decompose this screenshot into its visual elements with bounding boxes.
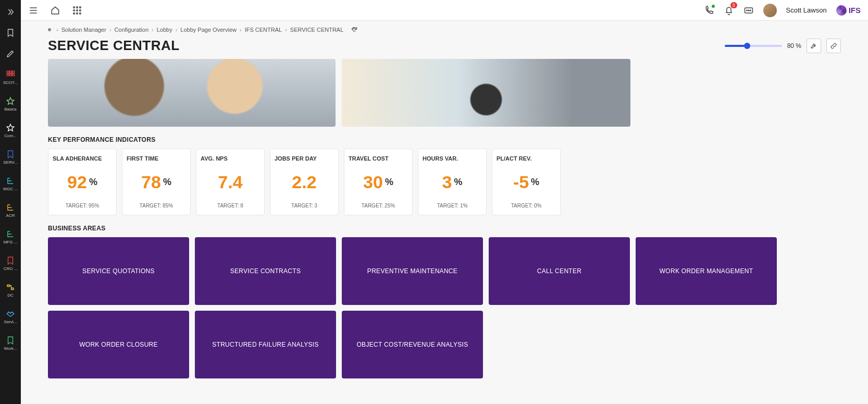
breadcrumb-link[interactable]: Configuration	[115, 27, 148, 33]
status-dot-icon	[711, 4, 715, 8]
refresh-icon[interactable]	[351, 26, 358, 33]
rail-item-label: SCOT...	[1, 80, 20, 85]
bookmark-icon	[6, 256, 15, 265]
banner-image-2[interactable]	[342, 59, 630, 127]
kpi-value: 30	[363, 172, 383, 192]
business-area-tile[interactable]: STRUCTURED FAILURE ANALYSIS	[195, 311, 336, 378]
breadcrumb-current[interactable]: SERVICE CENTRAL	[290, 27, 344, 33]
svg-point-17	[748, 10, 749, 11]
kpi-card[interactable]: FIRST TIME 78 % TARGET: 85%	[122, 149, 191, 215]
svg-rect-0	[7, 71, 9, 73]
banner-image-1[interactable]	[48, 59, 336, 127]
main-column: 3 Scott Lawson IFS › Solution Manager › …	[21, 0, 868, 404]
kpi-card[interactable]: TRAVEL COST 30 % TARGET: 25%	[344, 149, 413, 215]
svg-point-18	[750, 10, 751, 11]
svg-point-12	[73, 13, 75, 14]
chevron-right-icon: ›	[152, 27, 154, 33]
hamburger-icon[interactable]	[28, 5, 39, 16]
tree-icon	[6, 203, 15, 212]
rail-item-label: SERV...	[1, 160, 20, 165]
business-area-tile[interactable]: CALL CENTER	[489, 237, 630, 305]
chevron-right-icon: ›	[109, 27, 111, 33]
swirl-icon	[836, 5, 847, 16]
ifs-logo[interactable]: IFS	[836, 5, 861, 16]
banner-row	[48, 59, 841, 127]
zoom-slider-track	[725, 45, 745, 47]
kpi-value: 2.2	[292, 172, 316, 192]
link-button[interactable]	[826, 39, 841, 53]
kpi-value-row: -5 %	[513, 162, 539, 203]
notification-button[interactable]: 3	[724, 5, 734, 16]
toolbar-left	[28, 5, 82, 16]
rail-expand[interactable]	[0, 5, 21, 19]
rail-item-wgc[interactable]: WGC ...	[0, 174, 21, 193]
rail-item-serv[interactable]: SERV...	[0, 148, 21, 167]
rail-item-label: WGC ...	[1, 187, 20, 191]
rail-item-scot[interactable]: SCOT...	[0, 68, 21, 87]
business-area-tile[interactable]: SERVICE QUOTATIONS	[48, 237, 189, 305]
business-area-grid: SERVICE QUOTATIONSSERVICE CONTRACTSPREVE…	[48, 237, 841, 378]
svg-rect-5	[13, 74, 15, 76]
bookmark-icon	[6, 28, 15, 38]
kpi-card[interactable]: AVG. NPS 7.4 TARGET: 8	[196, 149, 265, 215]
card-icon[interactable]	[743, 5, 754, 16]
svg-point-9	[73, 9, 75, 11]
rail-bookmark[interactable]	[0, 26, 21, 40]
rail-item-label: Com...	[1, 133, 20, 138]
breadcrumb-link[interactable]: IFS CENTRAL	[245, 27, 282, 33]
business-area-tile[interactable]: OBJECT COST/REVENUE ANALYSIS	[342, 311, 483, 378]
rail-item-dc[interactable]: DC	[0, 280, 21, 300]
kpi-card[interactable]: JOBS PER DAY 2.2 TARGET: 3	[270, 149, 339, 215]
breadcrumb-link[interactable]: Lobby Page Overview	[180, 27, 237, 33]
kpi-value: 78	[141, 172, 161, 192]
kpi-target: TARGET: 8	[217, 203, 243, 209]
kpi-value-row: 3 %	[442, 162, 463, 203]
rail-item-acr[interactable]: ACR	[0, 201, 21, 220]
rail-item-mfg[interactable]: MFG ...	[0, 227, 21, 247]
user-name[interactable]: Scott Lawson	[786, 6, 827, 14]
home-icon[interactable]	[50, 5, 60, 16]
avatar[interactable]	[763, 4, 777, 17]
svg-rect-4	[10, 74, 12, 76]
business-area-tile[interactable]: WORK ORDER MANAGEMENT	[636, 237, 777, 305]
phone-status-button[interactable]	[704, 5, 714, 16]
business-area-tile[interactable]: SERVICE CONTRACTS	[195, 237, 336, 305]
rail-item-work[interactable]: Work...	[0, 334, 21, 353]
kpi-value-row: 30 %	[363, 162, 393, 203]
rail-item-basics[interactable]: Basics	[0, 94, 21, 114]
svg-point-7	[77, 6, 78, 8]
breadcrumb-link[interactable]: Lobby	[157, 27, 172, 33]
zoom-percent-label: 80 %	[787, 42, 801, 50]
chevrons-right-icon	[6, 7, 15, 17]
kpi-unit: %	[454, 177, 462, 188]
svg-rect-1	[10, 71, 12, 73]
flow-icon	[6, 283, 15, 292]
tree-icon	[6, 229, 15, 239]
svg-point-16	[746, 10, 747, 11]
business-area-tile[interactable]: PREVENTIVE MAINTENANCE	[342, 237, 483, 305]
rail-edit[interactable]	[0, 47, 21, 60]
kpi-value: -5	[513, 172, 529, 192]
zoom-slider-thumb	[744, 43, 750, 49]
rail-item-label: Work...	[1, 346, 20, 351]
wrench-button[interactable]	[807, 39, 821, 53]
breadcrumb-link[interactable]: Solution Manager	[61, 27, 106, 33]
kpi-value: 3	[442, 172, 452, 192]
page-title: SERVICE CENTRAL	[48, 38, 180, 54]
kpi-card[interactable]: PL/ACT REV. -5 % TARGET: 0%	[492, 149, 561, 215]
svg-point-8	[80, 6, 81, 8]
bookmark-icon	[6, 150, 15, 159]
rail-item-servi[interactable]: Servi...	[0, 307, 21, 326]
kpi-card[interactable]: HOURS VAR. 3 % TARGET: 1%	[418, 149, 487, 215]
rail-item-cro[interactable]: CRO ...	[0, 254, 21, 273]
pencil-icon	[6, 49, 15, 58]
apps-grid-icon[interactable]	[72, 5, 82, 16]
kpi-title: SLA ADHERANCE	[53, 155, 102, 162]
kpi-card[interactable]: SLA ADHERANCE 92 % TARGET: 95%	[48, 149, 117, 215]
business-area-tile[interactable]: WORK ORDER CLOSURE	[48, 311, 189, 378]
zoom-slider[interactable]	[725, 45, 782, 47]
svg-rect-3	[7, 74, 9, 76]
bookmark-icon	[6, 336, 15, 345]
content-area: KEY PERFORMANCE INDICATORS SLA ADHERANCE…	[21, 59, 868, 404]
rail-item-com[interactable]: Com...	[0, 121, 21, 140]
